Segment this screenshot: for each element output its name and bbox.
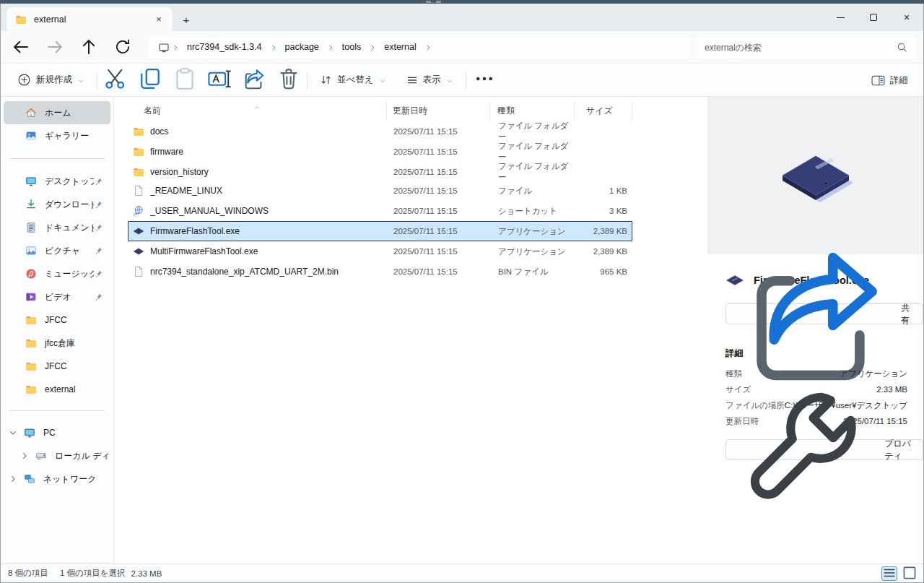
file-date: 2025/07/11 15:15 [388,247,491,256]
file-name: FirmwareFlashTool.exe [150,226,240,236]
forward-icon [45,38,64,59]
file-name-cell: version_history [128,166,388,178]
home-icon [25,107,37,118]
items-count: 8 個の項目 [8,568,48,579]
breadcrumb-item[interactable]: package [279,36,326,59]
details-view-toggle[interactable] [881,566,897,581]
file-name-cell: FirmwareFlashTool.exe [128,225,388,237]
sidebar-item-label: JFCC [45,361,67,371]
folder-icon [133,126,144,137]
refresh-button[interactable] [113,38,132,57]
background-window-mark [426,1,431,3]
chevron-right-icon[interactable] [19,451,30,461]
file-size: 1 KB [575,186,633,195]
column-header-name[interactable]: 名前 [128,101,387,120]
new-tab-button[interactable]: + [178,12,194,27]
breadcrumb-item[interactable]: tools [336,36,367,59]
more-options-button[interactable] [472,68,497,92]
address-bar: nrc7394_sdk-1.3.4packagetoolsexternal [1,31,923,64]
share-button[interactable] [242,68,266,92]
sidebar-item-ビデオ[interactable]: ビデオ [4,285,110,308]
forward-button[interactable] [45,38,64,57]
up-button[interactable] [79,38,98,57]
sidebar-item-PC[interactable]: PC [4,421,110,444]
file-type: ファイル フォルダー [491,161,575,183]
sort-arrows-icon [320,74,332,86]
minimize-button[interactable] [824,4,857,31]
sidebar-item-external[interactable]: external [4,378,110,401]
screen: external × + × nrc7394_sdk-1.3.4packaget… [0,0,924,583]
file-row-docs[interactable]: docs2025/07/11 15:15ファイル フォルダー [128,120,632,140]
file-icon [133,266,144,277]
sidebar-item-ミュージック[interactable]: ミュージック [4,262,110,285]
file-date: 2025/07/11 15:15 [388,168,491,176]
file-row-MultiFirmwareFlashTool.exe[interactable]: MultiFirmwareFlashTool.exe2025/07/11 15:… [128,241,632,262]
breadcrumb-item[interactable]: nrc7394_sdk-1.3.4 [180,36,269,59]
sidebar-item-ピクチャ[interactable]: ピクチャ [4,239,110,262]
search-box [696,36,916,59]
file-name-cell: docs [128,126,388,137]
sidebar-item-ホーム[interactable]: ホーム [4,101,110,124]
search-input[interactable] [696,43,897,53]
sort-button[interactable]: 並べ替え [313,68,393,92]
cut-button[interactable] [103,68,128,92]
large-icons-view-toggle[interactable] [902,566,918,581]
column-header-date[interactable]: 更新日時 [387,101,490,120]
sidebar-item-JFCC[interactable]: JFCC [4,355,110,378]
new-button[interactable]: 新規作成 [11,68,91,92]
file-row-nrc7394_standalone_xip_ATCMD_UART_2M.bin[interactable]: nrc7394_standalone_xip_ATCMD_UART_2M.bin… [128,262,632,282]
file-name: firmware [150,147,183,157]
column-label: 名前 [128,101,161,120]
sidebar-item-デスクトップ[interactable]: デスクトップ [4,170,110,193]
column-header-type[interactable]: 種類 [490,101,575,120]
rename-button[interactable] [207,68,232,92]
minimize-icon [837,17,845,18]
share-file-button[interactable]: 共有 [725,303,923,324]
sidebar-item-ローカル ディスク (C:)[interactable]: ローカル ディスク (C:) [4,444,110,467]
properties-button-label: プロパティ [884,438,914,462]
tab-close-icon[interactable]: × [151,12,167,27]
file-row-_USER_MANUAL_WINDOWS[interactable]: _USER_MANUAL_WINDOWS2025/07/11 15:15ショート… [128,201,632,221]
file-row-FirmwareFlashTool.exe[interactable]: FirmwareFlashTool.exe2025/07/11 15:15アプリ… [128,221,632,241]
sidebar-item-jfcc倉庫[interactable]: jfcc倉庫 [4,332,110,355]
disk-icon [35,450,47,462]
copy-button[interactable] [138,68,162,92]
maximize-button[interactable] [857,4,890,31]
sidebar-item-ドキュメント[interactable]: ドキュメント [4,216,110,239]
file-row-_README_LINUX[interactable]: _README_LINUX2025/07/11 15:15ファイル1 KB [128,181,632,201]
music-icon [25,268,37,280]
file-type: アプリケーション [491,246,575,257]
breadcrumb-item[interactable]: external [378,36,422,59]
chip-icon [133,225,144,237]
file-row-version_history[interactable]: version_history2025/07/11 15:15ファイル フォルダ… [128,160,632,181]
pin-icon [94,223,103,233]
view-button[interactable]: 表示 [400,68,460,92]
file-name-cell: nrc7394_standalone_xip_ATCMD_UART_2M.bin [128,266,388,277]
close-button[interactable]: × [890,4,923,31]
file-name-cell: firmware [128,146,388,157]
icons-view-icon [902,565,918,583]
sidebar-item-JFCC[interactable]: JFCC [4,308,110,332]
chevron-down-icon[interactable] [8,428,18,438]
sidebar-separator [9,410,105,411]
back-button[interactable] [12,38,30,57]
sidebar-item-ネットワーク[interactable]: ネットワーク [4,467,110,491]
file-row-firmware[interactable]: firmware2025/07/11 15:15ファイル フォルダー [128,140,632,160]
trash-icon [276,66,301,93]
sidebar-item-ギャラリー[interactable]: ギャラリー [4,124,110,147]
details-pane-toggle[interactable]: 詳細 [865,68,915,92]
column-header-size[interactable]: サイズ [575,101,632,120]
toolbar-separator [307,72,308,89]
details-pane: FirmwareFlashTool.exe 共有 詳細 種類アプリケーションサイ… [707,97,923,563]
delete-button[interactable] [276,68,301,92]
video-icon [25,291,37,303]
properties-button[interactable]: プロパティ [725,439,923,460]
file-date: 2025/07/11 15:15 [388,227,491,236]
explorer-tab[interactable]: external × [6,7,173,31]
file-type: アプリケーション [491,226,575,237]
background-window-mark [436,1,441,3]
sidebar-item-ダウンロード[interactable]: ダウンロード [4,193,110,216]
chevron-right-icon[interactable] [8,474,18,484]
details-view-icon [882,566,897,582]
paste-button[interactable] [173,68,197,92]
